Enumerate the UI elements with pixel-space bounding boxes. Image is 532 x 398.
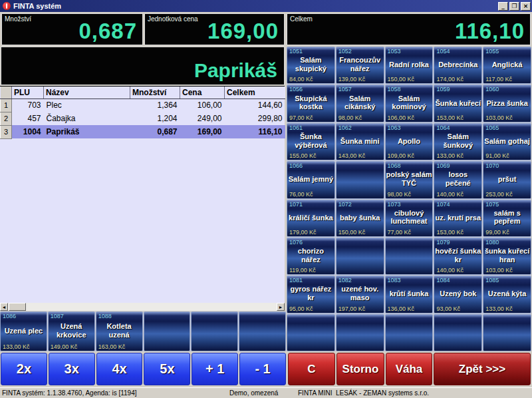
product-button-empty[interactable] xyxy=(385,238,434,275)
product-name: Kotleta uzená xyxy=(96,322,141,339)
restore-button[interactable]: ❐ xyxy=(509,2,519,11)
product-button-empty[interactable] xyxy=(385,314,434,351)
mult-5x-button[interactable]: 5x xyxy=(144,353,190,385)
product-code: 1075 xyxy=(485,201,499,208)
close-button[interactable]: × xyxy=(521,2,531,11)
cell-plu: 457 xyxy=(12,112,44,125)
product-button-1052[interactable]: 1052Francouzův nářez139,00 Kč xyxy=(336,47,384,84)
scale-button[interactable]: Váha xyxy=(386,353,432,385)
product-button-empty[interactable] xyxy=(191,311,238,351)
product-button-1084[interactable]: 1084Uzený bok93,00 Kč xyxy=(434,276,482,313)
product-button-empty[interactable] xyxy=(239,311,286,351)
row-number: 2 xyxy=(1,112,12,125)
product-button-1087[interactable]: 1087Uzená krkovice149,00 Kč xyxy=(48,311,95,351)
horizontal-scrollbar: ◄ ► xyxy=(0,303,285,311)
scrollbar-thumb[interactable] xyxy=(9,303,26,311)
scroll-right-button[interactable]: ► xyxy=(277,303,285,311)
product-button-1068[interactable]: 1068polský salám TYČ98,00 Kč xyxy=(385,161,434,198)
product-button-1088[interactable]: 1088Kotleta uzená163,00 Kč xyxy=(96,311,143,351)
total-display: Celkem 116,10 xyxy=(287,13,531,45)
table-row[interactable]: 31004Paprikáš0,687169,00116,10 xyxy=(1,125,285,138)
product-name: uzené hov. maso xyxy=(337,286,383,302)
product-button-empty[interactable] xyxy=(434,314,482,351)
product-price: 76,00 Kč xyxy=(289,191,313,198)
product-button-empty[interactable] xyxy=(483,314,531,351)
clear-button[interactable]: C xyxy=(288,353,335,385)
product-button-1057[interactable]: 1057Salám cikánský98,00 Kč xyxy=(336,85,384,122)
mult-2x-button[interactable]: 2x xyxy=(1,353,47,385)
product-name: baby šunka xyxy=(337,214,383,222)
col-header-name: Název xyxy=(44,87,130,99)
product-button-1054[interactable]: 1054Debrecínka174,00 Kč xyxy=(434,47,482,84)
product-button-1075[interactable]: 1075salám s pepřem99,00 Kč xyxy=(483,200,531,237)
product-button-1064[interactable]: 1064Salám šunkový133,00 Kč xyxy=(434,123,482,160)
product-button-1059[interactable]: 1059Šunka kuřecí153,00 Kč xyxy=(434,85,482,122)
product-name: Debrecínka xyxy=(435,61,481,69)
product-price: 133,00 Kč xyxy=(485,305,513,312)
minus-1-button[interactable]: - 1 xyxy=(239,353,286,385)
table-header-row: PLU Název Množství Cena Celkem xyxy=(1,87,285,99)
product-button-1055[interactable]: 1055Anglická117,00 Kč xyxy=(483,47,531,84)
col-header-qty: Množství xyxy=(130,87,180,99)
product-button-1070[interactable]: 1070pršut253,00 Kč xyxy=(483,161,531,198)
plus-1-button[interactable]: + 1 xyxy=(192,353,238,385)
product-button-empty[interactable] xyxy=(336,238,384,275)
table-row[interactable]: 2457Čabajka1,204249,00299,80 xyxy=(1,112,285,125)
product-code: 1062 xyxy=(338,124,352,131)
product-button-1080[interactable]: 1080šunka kuřecí hran103,00 Kč xyxy=(483,238,531,275)
row-number: 1 xyxy=(1,99,12,112)
product-button-empty[interactable] xyxy=(287,314,335,351)
product-button-1086[interactable]: 1086Uzená plec133,00 Kč xyxy=(0,311,47,351)
product-name: uz. krutí prsa xyxy=(435,214,481,222)
product-name: Salám jemný xyxy=(288,175,334,184)
product-button-1081[interactable]: 1081gyros nářez kr95,00 Kč xyxy=(287,276,335,313)
product-code: 1057 xyxy=(338,86,352,93)
product-button-1063[interactable]: 1063Apollo109,00 Kč xyxy=(385,123,434,160)
product-button-1056[interactable]: 1056Skupická kostka97,00 Kč xyxy=(287,85,335,122)
product-button-1051[interactable]: 1051Salám skupický84,00 Kč xyxy=(287,47,335,84)
product-price: 140,00 Kč xyxy=(436,191,464,198)
product-button-1071[interactable]: 1071králičí šunka179,00 Kč xyxy=(287,200,335,237)
product-button-1069[interactable]: 1069losos pečené140,00 Kč xyxy=(434,161,482,198)
current-item-name: Paprikáš xyxy=(194,59,277,82)
product-button-1082[interactable]: 1082uzené hov. maso197,00 Kč xyxy=(336,276,384,313)
back-button[interactable]: Zpět >>> xyxy=(434,353,531,385)
scroll-left-button[interactable]: ◄ xyxy=(0,303,8,311)
receipt-table: PLU Název Množství Cena Celkem 1703Plec1… xyxy=(0,87,285,139)
product-code: 1084 xyxy=(436,277,450,284)
product-code: 1068 xyxy=(388,162,401,169)
product-button-1062[interactable]: 1062Šunka mini143,00 Kč xyxy=(336,123,384,160)
product-button-1079[interactable]: 1079hovězí šunka kr140,00 Kč xyxy=(434,238,482,275)
product-button-1072[interactable]: 1072baby šunka150,00 Kč xyxy=(336,200,384,237)
product-button-empty[interactable] xyxy=(144,311,191,351)
product-button-empty[interactable] xyxy=(336,314,384,351)
product-button-empty[interactable] xyxy=(336,161,384,198)
product-button-1053[interactable]: 1053Radní rolka150,00 Kč xyxy=(385,47,434,84)
table-row[interactable]: 1703Plec1,364106,00144,60 xyxy=(1,99,285,112)
storno-button[interactable]: Storno xyxy=(336,353,384,385)
product-button-1066[interactable]: 1066Salám jemný76,00 Kč xyxy=(287,161,335,198)
app-logo-icon xyxy=(3,2,11,10)
product-button-1060[interactable]: 1060Pizza šunka103,00 Kč xyxy=(483,85,531,122)
product-name: Salám šunkový xyxy=(435,132,481,149)
minimize-button[interactable]: _ xyxy=(498,2,508,11)
status-demo: Demo, omezená xyxy=(229,389,278,397)
product-button-1073[interactable]: 1073cibulový lunchmeat77,00 Kč xyxy=(385,200,434,237)
product-price: 133,00 Kč xyxy=(3,343,30,350)
product-price: 155,00 Kč xyxy=(289,152,317,159)
product-price: 133,00 Kč xyxy=(436,152,464,159)
quantity-display: Množství 0,687 xyxy=(1,13,143,45)
product-code: 1079 xyxy=(436,239,450,246)
mult-4x-button[interactable]: 4x xyxy=(96,353,143,385)
mult-3x-button[interactable]: 3x xyxy=(49,353,95,385)
product-button-1074[interactable]: 1074uz. krutí prsa153,00 Kč xyxy=(434,200,482,237)
product-button-1083[interactable]: 1083krůtí šunka136,00 Kč xyxy=(385,276,434,313)
product-button-1085[interactable]: 1085Uzená kýta133,00 Kč xyxy=(483,276,531,313)
product-button-1065[interactable]: 1065Salám gothaj91,00 Kč xyxy=(483,123,531,160)
product-name: Radní rolka xyxy=(386,61,432,69)
product-button-1076[interactable]: 1076chorizo nářez119,00 Kč xyxy=(287,238,335,275)
product-price: 119,00 Kč xyxy=(289,267,316,274)
product-name: Skupická kostka xyxy=(288,95,334,111)
product-button-1058[interactable]: 1058Salám kominový106,00 Kč xyxy=(385,85,434,122)
product-button-1061[interactable]: 1061Šunka výběrová155,00 Kč xyxy=(287,123,335,160)
